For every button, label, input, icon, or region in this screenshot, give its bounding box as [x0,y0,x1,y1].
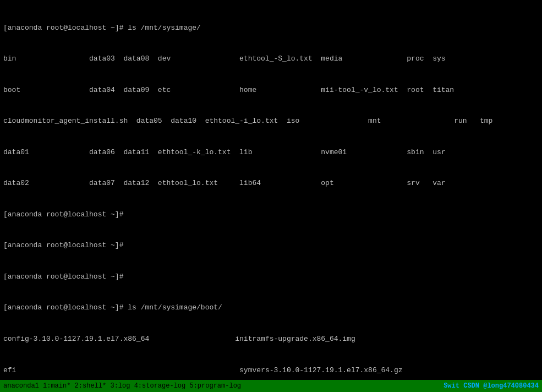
terminal-line-5: data02 data07 data12 ethtool_lo.txt lib6… [3,178,539,189]
terminal-line-1: bin data03 data08 dev ethtool_-S_lo.txt … [3,54,539,64]
terminal-line-0: [anaconda root@localhost ~]# ls /mnt/sys… [3,23,539,34]
terminal-line-6: [anaconda root@localhost ~]# [3,210,539,220]
terminal-window: [anaconda root@localhost ~]# ls /mnt/sys… [0,0,542,392]
status-left[interactable]: anaconda1 1:main* 2:shell* 3:log 4:stora… [3,382,241,390]
terminal-line-3: cloudmonitor_agent_install.sh data05 dat… [3,116,539,127]
status-right: Swit CSDN @long474080434 [444,382,539,390]
terminal-line-11: efi symvers-3.10.0-1127.19.1.el7.x86_64.… [3,366,539,376]
terminal-line-7: [anaconda root@localhost ~]# [3,241,539,251]
terminal-line-9: [anaconda root@localhost ~]# ls /mnt/sys… [3,303,539,313]
terminal-line-8: [anaconda root@localhost ~]# [3,272,539,282]
status-bar: anaconda1 1:main* 2:shell* 3:log 4:stora… [0,380,542,392]
terminal-line-4: data01 data06 data11 ethtool_-k_lo.txt l… [3,148,539,158]
terminal-output[interactable]: [anaconda root@localhost ~]# ls /mnt/sys… [0,0,542,380]
terminal-line-10: config-3.10.0-1127.19.1.el7.x86_64 initr… [3,334,539,345]
terminal-line-2: boot data04 data09 etc home mii-tool_-v_… [3,85,539,96]
